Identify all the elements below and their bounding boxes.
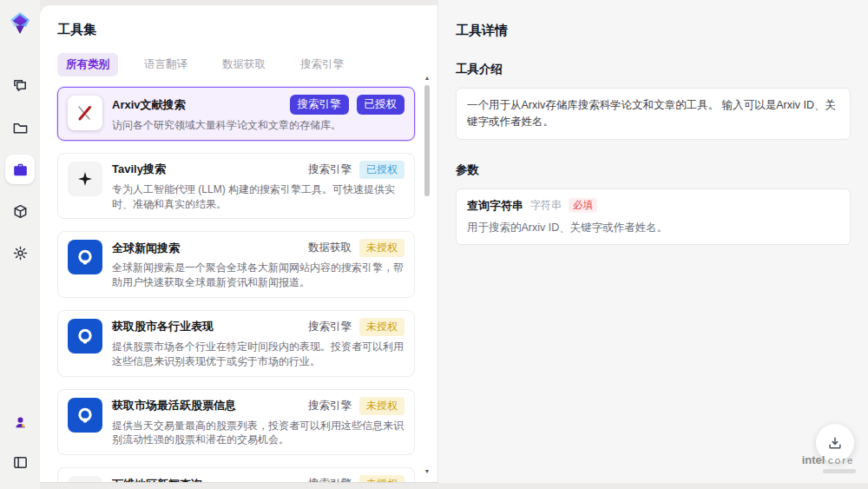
cube-icon [12, 203, 29, 220]
category-tab[interactable]: 数据获取 [214, 53, 274, 76]
tool-card[interactable]: 获取股市各行业表现 搜索引擎 未授权 提供股票市场各个行业在特定时间段内的表现。… [57, 310, 415, 377]
scroll-up-icon[interactable]: ▲ [424, 75, 431, 82]
tool-list: Arxiv文献搜索 搜索引擎 已授权 访问各个研究领域大量科学论文和文章的存储库… [57, 87, 415, 483]
params-heading: 参数 [456, 162, 851, 178]
tool-icon [68, 96, 102, 130]
tool-icon [68, 240, 102, 274]
details-title: 工具详情 [456, 23, 851, 39]
tool-category-tag: 搜索引擎 [308, 320, 352, 334]
params-box: 查询字符串 字符串 必填 用于搜索的Arxiv ID、关键字或作者姓名。 [456, 188, 851, 245]
tool-details-panel: 工具详情 工具介绍 一个用于从Arxiv存储库搜索科学论文和文章的工具。 输入可… [438, 0, 868, 483]
tool-icon [68, 319, 102, 354]
tool-category-tag: 数据获取 [308, 241, 352, 255]
tool-description: 提供股票市场各个行业在特定时间段内的表现。投资者可以利用这些信息来识别表现优于或… [112, 340, 404, 369]
intel-wordmark: intel [802, 453, 825, 466]
sidebar-collapse-button[interactable] [5, 447, 35, 477]
category-tabs: 所有类别语言翻译数据获取搜索引擎 [57, 53, 415, 76]
category-tab[interactable]: 搜索引擎 [292, 53, 352, 76]
tool-card[interactable]: Arxiv文献搜索 搜索引擎 已授权 访问各个研究领域大量科学论文和文章的存储库… [57, 87, 415, 141]
param-required-badge: 必填 [569, 198, 597, 213]
toolbox-icon [12, 162, 29, 178]
core-wordmark: core [828, 455, 854, 466]
param-item: 查询字符串 字符串 必填 用于搜索的Arxiv ID、关键字或作者姓名。 [467, 198, 839, 235]
app-logo-icon [7, 10, 33, 36]
tool-description: 专为人工智能代理 (LLM) 构建的搜索引擎工具。可快速提供实时、准确和真实的结… [112, 182, 404, 212]
param-description: 用于搜索的Arxiv ID、关键字或作者姓名。 [467, 221, 839, 235]
tool-name: 获取市场最活跃股票信息 [112, 398, 236, 413]
tool-name: Arxiv文献搜索 [112, 97, 186, 113]
tool-card[interactable]: Tavily搜索 搜索引擎 已授权 专为人工智能代理 (LLM) 构建的搜索引擎… [57, 153, 415, 220]
tool-name: 获取股市各行业表现 [112, 319, 214, 334]
scroll-down-icon[interactable]: ▼ [424, 468, 431, 475]
tool-status-badge: 未授权 [359, 397, 404, 415]
tool-category-tag[interactable]: 搜索引擎 [290, 95, 349, 115]
tool-icon [68, 476, 102, 483]
intel-sub-badge [823, 469, 856, 473]
news-search-icon [76, 406, 95, 425]
intro-box: 一个用于从Arxiv存储库搜索科学论文和文章的工具。 输入可以是Arxiv ID… [456, 88, 851, 140]
tool-status-badge: 已授权 [357, 95, 405, 115]
tool-name: 万维地区新闻查询 [112, 477, 202, 483]
news-search-icon [76, 248, 95, 267]
intro-text: 一个用于从Arxiv存储库搜索科学论文和文章的工具。 输入可以是Arxiv ID… [467, 97, 839, 130]
arxiv-logo-icon [76, 103, 95, 122]
sparkle-icon [76, 170, 94, 188]
tool-description: 访问各个研究领域大量科学论文和文章的存储库。 [112, 118, 404, 133]
intro-heading: 工具介绍 [456, 62, 851, 77]
sidebar-item-tools[interactable] [5, 155, 35, 184]
download-icon [827, 435, 843, 451]
sidebar-item-files[interactable] [5, 113, 35, 142]
tool-description: 全球新闻搜索是一个聚合全球各大新闻网站内容的搜索引擎，帮助用户快速获取全球最新资… [112, 261, 404, 290]
page-title: 工具集 [57, 22, 415, 38]
tool-category-tag: 搜索引擎 [308, 399, 352, 413]
list-scrollbar[interactable]: ▲ ▼ [424, 75, 431, 475]
scrollbar-thumb[interactable] [424, 85, 430, 196]
param-type: 字符串 [530, 198, 562, 213]
chat-icon [12, 78, 29, 95]
tool-card[interactable]: 获取市场最活跃股票信息 搜索引擎 未授权 提供当天交易量最高的股票列表，投资者可… [57, 389, 415, 456]
tool-name: 全球新闻搜索 [112, 241, 180, 256]
category-tab[interactable]: 语言翻译 [135, 53, 196, 76]
user-avatar-icon [12, 414, 29, 431]
intel-core-logo: intel core [800, 453, 856, 473]
param-name: 查询字符串 [467, 198, 523, 214]
tool-status-badge: 已授权 [359, 161, 404, 179]
sidebar-rail [0, 0, 40, 489]
tool-category-tag: 搜索引擎 [308, 162, 352, 177]
news-search-icon [76, 327, 95, 346]
toolset-panel: 工具集 所有类别语言翻译数据获取搜索引擎 Arxiv文献搜索 搜索引擎 已授权 … [40, 5, 438, 483]
folder-icon [12, 120, 29, 136]
gear-icon [12, 245, 29, 261]
tool-status-badge: 未授权 [359, 239, 404, 257]
tool-description: 提供当天交易量最高的股票列表，投资者可以利用这些信息来识别流动性强的股票和潜在的… [112, 419, 404, 448]
tool-category-tag: 搜索引擎 [308, 477, 352, 483]
tool-card[interactable]: 全球新闻搜索 数据获取 未授权 全球新闻搜索是一个聚合全球各大新闻网站内容的搜索… [57, 231, 415, 298]
tool-icon [68, 162, 102, 196]
sidebar-item-settings[interactable] [5, 238, 35, 268]
tool-icon [68, 398, 102, 433]
sidebar-item-packages[interactable] [5, 196, 35, 226]
tool-name: Tavily搜索 [112, 162, 166, 177]
tool-status-badge: 未授权 [359, 318, 404, 336]
tool-status-badge: 未授权 [359, 475, 404, 483]
sidebar-item-account[interactable] [5, 407, 35, 437]
category-tab[interactable]: 所有类别 [57, 53, 118, 76]
tool-card[interactable]: 万维地区新闻查询 搜索引擎 未授权 查询具体行政区划内的新闻，快速了解各地新闻动 [57, 467, 415, 483]
panel-toggle-icon [12, 454, 29, 471]
sidebar-item-chat[interactable] [5, 71, 35, 101]
